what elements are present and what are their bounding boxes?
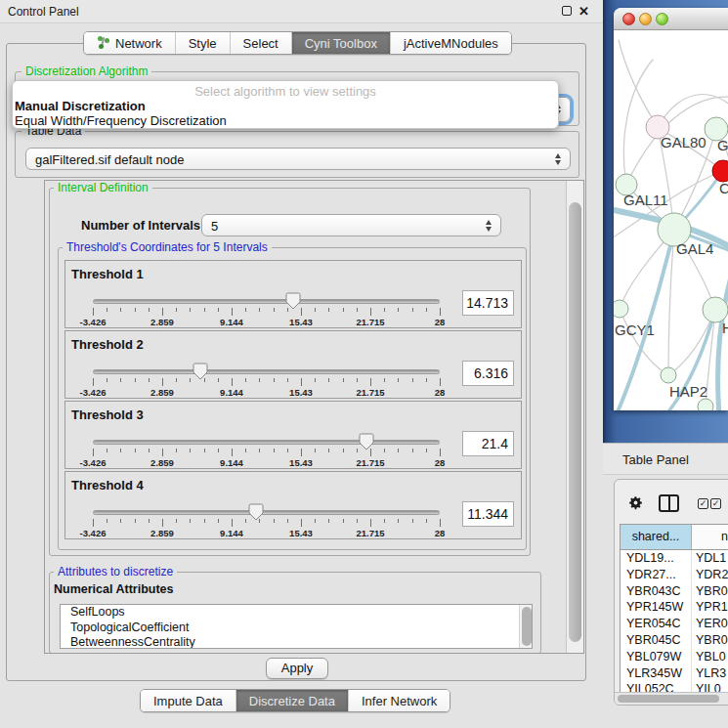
- attribute-list-item[interactable]: BetweennessCentrality: [61, 635, 532, 649]
- panel-vertical-scrollbar[interactable]: [566, 181, 583, 653]
- checkbox-icon[interactable]: ✓: [698, 498, 708, 509]
- slider-tick-label: 9.144: [220, 457, 243, 468]
- slider-tick: [426, 519, 427, 523]
- tab-item[interactable]: Infer Network: [349, 690, 450, 711]
- slider-tick: [274, 378, 275, 382]
- slider-tick: [398, 519, 399, 523]
- threshold-slider[interactable]: -3.4262.8599.14415.4321.71528: [93, 431, 440, 468]
- network-node[interactable]: [614, 300, 628, 318]
- tab-item[interactable]: Network: [84, 32, 176, 54]
- algorithm-option-equal-width[interactable]: Equal Width/Frequency Discretization: [15, 113, 227, 128]
- slider-tick-label: 21.715: [356, 528, 384, 538]
- algorithm-option-manual[interactable]: Manual Discretization: [15, 99, 146, 113]
- interval-group-title: Interval Definition: [54, 181, 152, 194]
- minimize-traffic-light[interactable]: [639, 13, 652, 25]
- slider-tick: [301, 449, 302, 456]
- column-header-name[interactable]: n: [692, 525, 728, 549]
- threshold-slider[interactable]: -3.4262.8599.14415.4321.71528: [93, 361, 440, 398]
- table-row[interactable]: YBL079W YBL0: [621, 649, 728, 665]
- tab-item[interactable]: Style: [176, 32, 231, 54]
- checkbox-icon[interactable]: ✓: [710, 498, 721, 509]
- node-label: GCY1: [615, 321, 655, 338]
- slider-tick: [218, 449, 219, 452]
- slider-tick: [93, 519, 94, 527]
- node-table: shared... n YDL19... YDL1 YDR27... YDR2 …: [620, 524, 728, 700]
- slider-tick: [343, 378, 344, 382]
- table-horizontal-scrollbar[interactable]: [615, 692, 728, 705]
- tab-item[interactable]: Discretize Data: [236, 690, 349, 711]
- table-row[interactable]: YLR345W YLR3: [621, 665, 728, 682]
- slider-tick: [370, 378, 371, 386]
- scrollbar-thumb[interactable]: [618, 695, 719, 703]
- threshold-value-field[interactable]: 11.344: [462, 501, 514, 527]
- table-cell-name: YDR2: [692, 567, 728, 583]
- apply-button[interactable]: Apply: [266, 658, 328, 679]
- threshold-value-field[interactable]: 6.316: [462, 361, 514, 386]
- slider-tick: [162, 308, 163, 316]
- threshold-slider[interactable]: -3.4262.8599.14415.4321.71528: [93, 290, 440, 327]
- slider-tick: [440, 519, 441, 527]
- slider-tick: [149, 308, 150, 312]
- table-data-combobox[interactable]: galFiltered.sif default node: [25, 148, 571, 170]
- slider-tick-label: 15.43: [289, 528, 313, 538]
- slider-tick: [426, 378, 427, 382]
- panel-title: Control Panel: [8, 5, 79, 19]
- attributes-listbox[interactable]: SelfLoopsTopologicalCoefficientBetweenne…: [60, 604, 533, 649]
- close-traffic-light[interactable]: [622, 13, 635, 25]
- float-panel-icon[interactable]: [562, 6, 572, 16]
- table-row[interactable]: YBR045C YBR0: [621, 632, 728, 649]
- attributes-scrollbar[interactable]: [519, 605, 532, 648]
- threshold-value-field[interactable]: 21.4: [462, 431, 514, 456]
- node-label: GAL80: [661, 134, 707, 150]
- slider-tick: [162, 378, 163, 386]
- attribute-list-item[interactable]: SelfLoops: [61, 605, 532, 621]
- table-cell-shared: YDR27...: [621, 567, 692, 583]
- column-header-shared[interactable]: shared...: [621, 525, 692, 549]
- slider-track[interactable]: [93, 510, 440, 515]
- table-row[interactable]: YPR145W YPR1: [621, 599, 728, 616]
- tab-item[interactable]: Select: [231, 32, 292, 54]
- slider-tick-label: 28: [435, 317, 446, 327]
- slider-tick: [107, 449, 107, 452]
- stepper-arrows-icon: [555, 153, 562, 165]
- node-label: GAL4: [676, 240, 713, 257]
- table-cell-shared: YER054C: [621, 616, 692, 632]
- tab-item[interactable]: jActiveMNodules: [391, 32, 511, 54]
- threshold-slider[interactable]: -3.4262.8599.14415.4321.71528: [93, 501, 440, 538]
- network-node[interactable]: [661, 367, 676, 383]
- slider-tick: [440, 308, 441, 316]
- table-row[interactable]: YDR27... YDR2: [621, 567, 728, 583]
- slider-track[interactable]: [93, 369, 440, 374]
- tab-item[interactable]: Cyni Toolbox: [292, 32, 391, 54]
- numerical-attributes-heading: Numerical Attributes: [54, 582, 173, 596]
- network-node[interactable]: [712, 160, 728, 182]
- slider-tick: [328, 308, 329, 312]
- slider-tick: [384, 378, 385, 382]
- slider-tick: [274, 308, 275, 312]
- zoom-traffic-light[interactable]: [656, 13, 668, 25]
- scrollbar-thumb[interactable]: [569, 202, 581, 642]
- close-panel-icon[interactable]: ✕: [578, 4, 589, 19]
- slider-track[interactable]: [93, 299, 440, 304]
- network-node[interactable]: [698, 399, 713, 410]
- table-row[interactable]: YBR043C YBR0: [621, 583, 728, 600]
- slider-track[interactable]: [93, 440, 440, 445]
- tab-item[interactable]: Impute Data: [141, 690, 236, 711]
- slider-tick: [370, 519, 371, 527]
- network-canvas[interactable]: GAL80GACGAL11GAL4GCY1HHAP2: [614, 30, 728, 410]
- thresholds-group: Threshold's Coordinates for 5 Intervals …: [58, 247, 527, 550]
- threshold-value-field[interactable]: 14.713: [462, 290, 514, 316]
- algorithm-hint: Select algorithm to view settings: [13, 84, 558, 99]
- table-row[interactable]: YDL19... YDL1: [621, 550, 728, 567]
- tab-label: jActiveMNodules: [404, 36, 498, 51]
- scrollbar-thumb[interactable]: [522, 607, 532, 646]
- gear-icon[interactable]: [627, 494, 644, 511]
- number-of-intervals-combobox[interactable]: 5: [201, 214, 501, 236]
- table-data-group: Table Data galFiltered.sif default node: [15, 131, 579, 178]
- table-row[interactable]: YER054C YER0: [621, 616, 728, 632]
- columns-icon[interactable]: [659, 494, 679, 512]
- slider-tick: [162, 519, 163, 527]
- attribute-list-item[interactable]: TopologicalCoefficient: [61, 621, 532, 636]
- network-window-titlebar[interactable]: [614, 8, 728, 30]
- slider-tick: [135, 308, 136, 312]
